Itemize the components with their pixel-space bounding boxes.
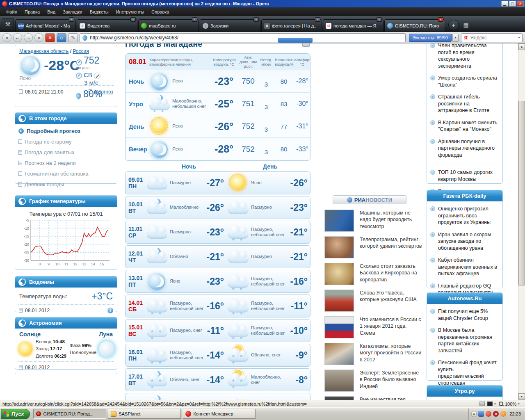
home-button[interactable]: ⌂ [57, 33, 66, 42]
news-list-item[interactable]: ›Иран заявил о скором запуске завода по … [430, 231, 499, 252]
help-icon[interactable]: ? [107, 308, 113, 313]
tab-close-icon[interactable]: x [192, 17, 197, 22]
fast-forward-button[interactable]: » [34, 33, 43, 42]
view-dropdown-icon[interactable]: ▼ [494, 403, 496, 405]
news-list-item[interactable]: ›Пенсионный фонд хочет купить представит… [430, 359, 499, 386]
browser-tab[interactable]: magSpace.rux [138, 19, 199, 32]
scroll-up-button[interactable]: ▲ [518, 43, 525, 50]
closed-tabs-trash-icon[interactable]: ▦ [461, 20, 471, 30]
browser-tab[interactable]: ↓Загрузкиx [200, 19, 260, 32]
browser-tab[interactable]: Япогода магадан — Я...x [323, 19, 383, 32]
note-button[interactable]: ✎ [68, 33, 78, 42]
weekly-forecast-row[interactable]: 13.01ПТЯсно-23°* *Пасмурно, небольшой сн… [125, 270, 310, 293]
zoom-level[interactable]: 100% [505, 402, 516, 406]
tab-close-icon[interactable]: x [130, 17, 136, 22]
news-list-item[interactable]: ›Умер создатель сериала "Школа" [430, 75, 499, 88]
menu-Правка[interactable]: Правка [21, 9, 43, 15]
new-tab-button[interactable]: + [448, 20, 459, 30]
city-menu-item[interactable]: Погода для занятых [18, 149, 114, 155]
elements-dropdown-button[interactable]: ▼ [452, 34, 459, 42]
menu-Справка[interactable]: Справка [148, 9, 173, 15]
weekly-forecast-row[interactable]: 14.01СБ* *Пасмурно, небольшой снег-16°* … [125, 294, 310, 317]
browser-tab[interactable]: ≡Видеотекаx [77, 19, 137, 32]
scroll-down-button[interactable]: ▼ [518, 393, 525, 400]
menu-Виджеты[interactable]: Виджеты [86, 9, 112, 15]
ria-news-item[interactable]: Сколько стоит заказать Баскова и Киркоро… [324, 263, 422, 285]
search-box[interactable]: Я Яндекс ▼ [461, 33, 523, 42]
news-list-item[interactable]: ›Кабул обвинил американских военных в пы… [430, 257, 499, 277]
astro-date: 08.01.2012 [19, 365, 50, 370]
city-menu-item[interactable]: Дневник погоды [18, 181, 114, 187]
rewind-button[interactable]: « [2, 33, 11, 42]
scrollbar-thumb[interactable] [518, 101, 525, 285]
taskbar-task-button[interactable]: Коннект Менеджер [183, 409, 256, 419]
stop-button[interactable]: × [45, 33, 55, 42]
weekly-forecast-row[interactable]: 11.01СРПасмурно-23°* *Пасмурно, небольшо… [125, 221, 310, 244]
city-menu-item[interactable]: ▸Подробный прогноз [18, 128, 114, 134]
news-list-item[interactable]: ›Страшная гибель россиянки на аттракцион… [430, 94, 499, 114]
ria-news-item[interactable]: Машины, которым не надо будет проходить … [324, 210, 422, 232]
ria-news-item[interactable]: Эксперт: Землетрясение в России было выз… [324, 370, 422, 392]
news-list-item[interactable]: ›ТОП 10 самых дорогих квартир Москвы [430, 169, 499, 183]
city-menu-item[interactable]: Погода по-старому [18, 139, 114, 145]
tab-close-icon[interactable]: x [253, 17, 259, 22]
doc-icon [18, 139, 22, 144]
tab-close-icon[interactable]: x [377, 17, 382, 22]
menu-Инструменты[interactable]: Инструменты [112, 9, 148, 15]
svg-text:14: 14 [91, 262, 95, 266]
images-toggle-icon[interactable] [479, 402, 485, 406]
news-list-item[interactable]: ›Аршавин получил в партнеры легендарного… [430, 138, 499, 159]
start-button[interactable]: Пуск [1, 409, 30, 419]
menu-Вид[interactable]: Вид [43, 9, 59, 15]
taskbar-task-button[interactable]: GISMETEO.RU: Погод... [33, 409, 106, 419]
news-list-item[interactable]: ›Онищенко пригрозил ограничить ввоз прод… [430, 205, 499, 226]
forward-button[interactable]: → [24, 33, 33, 42]
ria-novosti-logo[interactable]: РИАНОВОСТИ [333, 195, 406, 204]
city-menu-item[interactable]: Прогноз на 2 недели [18, 160, 114, 166]
maximize-button[interactable]: ▢ [509, 1, 516, 7]
url-field[interactable]: http://www.gismeteo.ru/city/weekly/4063/ [80, 33, 406, 42]
breadcrumb-country-link[interactable]: Россия [73, 48, 89, 54]
ria-news-item[interactable]: Вне нашествия тел... [324, 396, 422, 400]
tab-close-icon[interactable]: x [69, 17, 74, 22]
browser-tab[interactable]: фото.галерея | На д...x [261, 19, 322, 32]
news-list-item[interactable]: ›Fiat получил еще 5% акций Chrysler Grou… [430, 308, 499, 322]
close-button[interactable]: × [517, 1, 524, 7]
news-list-item[interactable]: ›В.Карпин может сменить "Спартак" на "Мо… [430, 119, 499, 133]
page-scrollbar[interactable]: ▲ ▼ [518, 43, 525, 400]
weekly-forecast-row[interactable]: 17.01ВТ* * *Облачно, снег-14°* * *Малооб… [125, 368, 310, 391]
zoom-dropdown-icon[interactable]: ▼ [518, 403, 520, 405]
weekly-forecast-row[interactable]: 15.01ВС* * *Пасмурно, снег-11°* *Пасмурн… [125, 319, 310, 342]
alert-tray-icon[interactable]: × [493, 411, 499, 417]
opera-tray-icon[interactable] [500, 411, 506, 417]
weekly-forecast-row[interactable]: 16.01ПН* *Пасмурно, небольшой снег-14°* … [125, 344, 310, 367]
tray-collapse-icon[interactable]: « [471, 411, 477, 417]
view-mode-icon[interactable] [487, 402, 493, 406]
ria-news-item[interactable]: Катаклизмы, которые могут произойти в Ро… [324, 343, 422, 365]
menu-Файл[interactable]: Файл [2, 9, 21, 15]
city-menu-item[interactable]: Геомагнитная обстановка [18, 171, 114, 177]
news-list-item[interactable]: ›Член правительства погиб во время сексу… [430, 43, 499, 69]
breadcrumb-region-link[interactable]: Магаданская область [19, 48, 68, 54]
minimize-button[interactable]: ▁ [501, 1, 508, 7]
antivirus-tray-icon[interactable] [486, 411, 491, 417]
network-tray-icon[interactable] [478, 411, 484, 417]
weekly-forecast-row[interactable]: 18.01 [125, 393, 310, 400]
weekly-forecast-row[interactable]: 09.01ПНПасмурно-27°Ясно-26° [125, 171, 310, 194]
news-list-item[interactable]: ›В Москве была перехвачена огромная парт… [430, 327, 499, 354]
tab-close-icon[interactable]: x [438, 17, 443, 22]
back-button[interactable]: ← [13, 33, 22, 42]
weekly-forecast-row[interactable]: 10.01ВТМалооблачно-26°Пасмурно-23° [125, 196, 310, 219]
menu-Закладки[interactable]: Закладки [59, 9, 86, 15]
taskbar-task-button[interactable]: SASPlanet [108, 409, 181, 419]
print-icon[interactable] [302, 43, 310, 47]
ria-news-item[interactable]: Слова Уго Чавеса, которые ужаснули США [324, 290, 422, 312]
tab-close-icon[interactable]: x [315, 17, 320, 22]
ria-news-item[interactable]: Телепрограмма, рейтинг которой удивил эк… [324, 236, 422, 258]
panels-toggle-button[interactable]: ⚒ [2, 18, 14, 30]
search-engine-dropdown-icon[interactable]: ▼ [518, 36, 520, 39]
weekly-forecast-row[interactable]: 12.01ЧТОблачно-21°Пасмурно-21° [125, 245, 310, 268]
browser-tab[interactable]: GISMETEO.RU: Пого...x [384, 19, 445, 32]
browser-tab[interactable]: M49Achtung! Мороз! - Ма...x [15, 19, 76, 32]
ria-news-item[interactable]: Что изменится в России с 1 января 2012 г… [324, 316, 422, 338]
